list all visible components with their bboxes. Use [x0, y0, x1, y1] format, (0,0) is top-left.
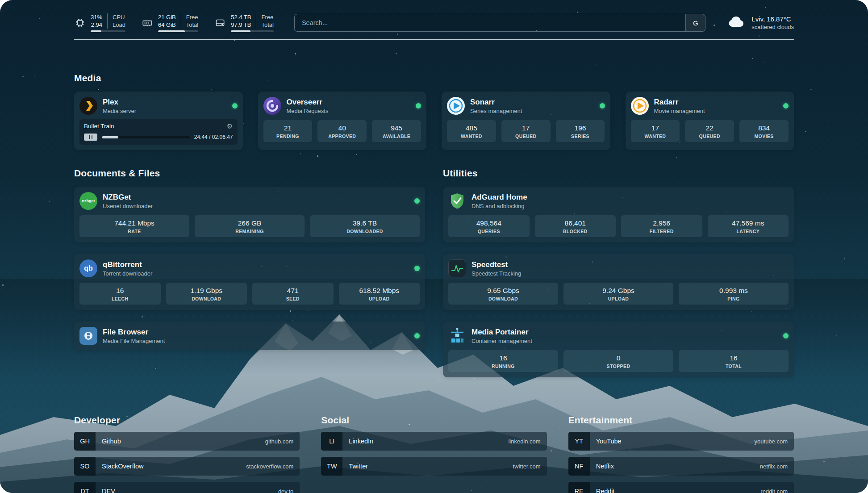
stats-row: 17 WANTED 22 QUEUED 834 MOVIES — [631, 120, 789, 142]
service-card-sonarr[interactable]: Sonarr Series management 485 WANTED 17 Q… — [442, 92, 610, 150]
stat-value: 16 — [81, 287, 159, 295]
stat-value: 1.19 Gbps — [168, 287, 246, 295]
service-card-nzbget[interactable]: nzbget NZBGet Usenet downloader 744.21 M… — [74, 187, 425, 242]
stat-label: RUNNING — [450, 363, 556, 369]
section-title-developer: Developer — [74, 415, 300, 426]
bookmark-abbr: DT — [74, 482, 96, 493]
stat-value: 485 — [449, 124, 494, 132]
bookmark-reddit[interactable]: RE Reddit reddit.com — [568, 482, 794, 493]
bookmark-url: reddit.com — [760, 488, 788, 493]
status-dot — [414, 333, 420, 338]
stats-row: 16 LEECH 1.19 Gbps DOWNLOAD 471 SEED — [79, 283, 420, 305]
service-card-speedtest[interactable]: Speedtest Speedtest Tracking 9.65 Gbps D… — [443, 254, 794, 310]
section-documents: Documents & Files nzbget NZBGet Usenet d… — [74, 168, 425, 350]
speedtest-icon — [448, 259, 466, 277]
bookmark-linkedin[interactable]: LI LinkedIn linkedin.com — [321, 432, 547, 451]
bookmark-youtube[interactable]: YT YouTube youtube.com — [568, 432, 794, 451]
card-titles: Speedtest Speedtest Tracking — [472, 260, 521, 277]
stat-label: DOWNLOAD — [168, 296, 246, 301]
sonarr-icon — [447, 97, 465, 115]
stat-value: 21 — [265, 124, 311, 132]
card-titles: Overseerr Media Requests — [287, 98, 329, 114]
bookmark-abbr: LI — [321, 432, 342, 451]
stat-leech: 16 LEECH — [79, 283, 161, 305]
bookmark-name: Github — [102, 438, 121, 445]
card-titles: Plex Media server — [103, 98, 136, 114]
service-card-portainer[interactable]: Media Portainer Container management 16 … — [443, 322, 794, 377]
cpu-label-bottom: Load — [107, 21, 125, 29]
overseerr-icon — [263, 97, 281, 115]
bookmark-github[interactable]: GH Github github.com — [74, 432, 300, 451]
stat-value: 47.569 ms — [709, 219, 787, 227]
playback-progress-bar[interactable] — [102, 136, 190, 138]
stat-value: 17 — [503, 124, 549, 132]
playback-time: 24:44 / 02:06:47 — [194, 134, 233, 140]
memory-widget: 21 GiB Free 64 GiB Total — [142, 13, 198, 32]
card-titles: NZBGet Usenet downloader — [103, 193, 153, 209]
stat-remaining: 266 GB REMAINING — [195, 215, 305, 237]
stat-latency: 47.569 ms LATENCY — [708, 215, 789, 237]
status-dot — [783, 333, 789, 338]
bookmark-url: netflix.com — [760, 463, 788, 470]
stat-label: REMAINING — [196, 229, 303, 234]
stat-label: BLOCKED — [537, 229, 614, 234]
status-dot — [414, 266, 420, 271]
service-card-adguard[interactable]: AdGuard Home DNS and adblocking 498,564 … — [443, 187, 794, 242]
card-head: Speedtest Speedtest Tracking — [448, 259, 789, 277]
bookmark-name: StackOverflow — [102, 463, 143, 470]
radarr-icon — [631, 97, 649, 115]
service-card-overseerr[interactable]: Overseerr Media Requests 21 PENDING 40 A… — [258, 92, 427, 150]
stat-available: 945 AVAILABLE — [372, 120, 421, 142]
stats-row: 9.65 Gbps DOWNLOAD 9.24 Gbps UPLOAD 0.99… — [448, 283, 789, 305]
stat-label: QUEUED — [687, 134, 732, 139]
stat-label: DOWNLOADED — [312, 229, 418, 234]
service-card-plex[interactable]: Plex Media server Bullet Train ⚙ — [74, 92, 243, 150]
service-card-radarr[interactable]: Radarr Movie management 17 WANTED 22 QUE… — [626, 92, 794, 150]
stat-value: 0 — [565, 354, 672, 362]
card-head: Sonarr Series management — [447, 97, 605, 115]
bookmark-netflix[interactable]: NF Netflix netflix.com — [568, 457, 794, 476]
service-subtitle: Movie management — [654, 108, 705, 114]
search-provider-button[interactable]: G — [685, 14, 705, 31]
stat-label: QUEUED — [503, 134, 549, 139]
service-card-filebrowser[interactable]: File Browser Media File Management — [74, 322, 425, 350]
service-name: NZBGet — [103, 193, 153, 202]
search-input[interactable] — [295, 14, 685, 31]
stat-wanted: 17 WANTED — [631, 120, 680, 142]
disk-free: 52.4 TB — [231, 13, 256, 21]
section-media: Media Plex — [74, 73, 794, 150]
search-bar[interactable]: G — [294, 14, 705, 32]
bookmark-dev[interactable]: DT DEV dev.to — [74, 482, 300, 493]
bookmark-abbr: RE — [568, 482, 590, 493]
bookmark-group-developer: Developer GH Github github.com SO StackO… — [74, 415, 300, 493]
stat-label: WANTED — [449, 134, 494, 139]
stat-value: 16 — [450, 354, 556, 362]
stat-value: 16 — [680, 354, 787, 362]
disk-widget: 52.4 TB Free 97.9 TB Total — [214, 13, 274, 32]
service-subtitle: Media File Management — [103, 338, 165, 344]
gear-icon[interactable]: ⚙ — [227, 123, 233, 130]
pause-button[interactable] — [84, 134, 97, 141]
bookmark-twitter[interactable]: TW Twitter twitter.com — [321, 457, 547, 476]
memory-total: 64 GiB — [158, 21, 181, 29]
card-head: Overseerr Media Requests — [263, 97, 421, 115]
stat-queries: 498,564 QUERIES — [448, 215, 530, 237]
section-utilities: Utilities — [443, 168, 794, 377]
stats-row: 21 PENDING 40 APPROVED 945 AVAILABLE — [263, 120, 421, 142]
stat-label: PING — [680, 296, 787, 301]
disk-total: 97.9 TB — [231, 21, 256, 29]
card-titles: File Browser Media File Management — [103, 328, 165, 344]
stat-downloaded: 39.6 TB DOWNLOADED — [310, 215, 420, 237]
stat-upload: 9.24 Gbps UPLOAD — [563, 283, 673, 305]
section-title-entertainment: Entertainment — [568, 415, 794, 426]
cpu-percent: 31% — [91, 13, 107, 21]
stat-label: WANTED — [633, 134, 678, 139]
card-head: Radarr Movie management — [631, 97, 789, 115]
service-name: Sonarr — [470, 98, 522, 107]
stat-value: 2,956 — [623, 219, 701, 227]
player-bottom-row: 24:44 / 02:06:47 — [84, 134, 233, 141]
bookmark-stackoverflow[interactable]: SO StackOverflow stackoverflow.com — [74, 457, 300, 476]
disk-progress-bar — [231, 30, 274, 32]
service-name: Speedtest — [472, 260, 521, 269]
service-card-qbittorrent[interactable]: qb qBittorrent Torrent downloader 16 — [74, 254, 425, 310]
